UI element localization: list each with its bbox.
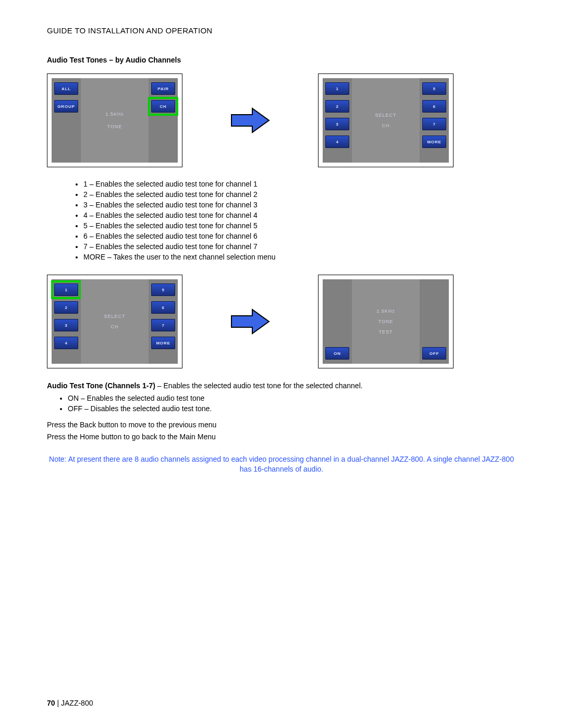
ch5-button[interactable]: 5 (422, 82, 446, 95)
flow-row-2: 1 2 3 4 SELECT CH 5 6 7 MORE (47, 275, 516, 368)
list-item: 2 – Enables the selected audio test tone… (83, 190, 516, 199)
list-item: 1 – Enables the selected audio test tone… (83, 180, 516, 188)
para-rest: – Enables the selected audio test tone f… (155, 381, 363, 390)
list-item: ON – Enables the selected audio test ton… (68, 394, 516, 402)
ch2-button[interactable]: 2 (325, 100, 349, 113)
pair-button[interactable]: PAIR (151, 82, 175, 95)
highlight-box: CH (148, 97, 178, 116)
page-footer: 70 | JAZZ-800 (47, 699, 93, 707)
nav-line: Press the Back button to move to the pre… (47, 420, 516, 430)
ch7-button[interactable]: 7 (422, 118, 446, 130)
left-buttons: 1 2 3 4 (52, 279, 81, 364)
list-item: 7 – Enables the selected audio test tone… (83, 242, 516, 251)
off-button[interactable]: OFF (422, 347, 446, 360)
ch4-button[interactable]: 4 (54, 337, 78, 349)
ch7-button[interactable]: 7 (151, 319, 175, 331)
center-line: SELECT (375, 113, 396, 118)
center-line: CH (382, 123, 390, 128)
footer-sep: | (55, 699, 61, 707)
ch-button[interactable]: CH (151, 100, 175, 113)
on-off-list: ON – Enables the selected audio test ton… (68, 394, 516, 413)
screen-center: 1.5KHz TONE TEST (352, 279, 420, 364)
more-button[interactable]: MORE (422, 135, 446, 148)
enable-description: Audio Test Tone (Channels 1-7) – Enables… (47, 381, 516, 391)
para-bold: Audio Test Tone (Channels 1-7) (47, 381, 155, 390)
screen-center: 1.5KHz TONE (81, 78, 149, 163)
center-line: TONE (107, 124, 123, 129)
left-buttons: 1 2 3 4 (323, 78, 352, 163)
flow-row-1: ALL GROUP 1.5KHz TONE PAIR CH (47, 73, 516, 167)
all-button[interactable]: ALL (54, 82, 78, 95)
ch3-button[interactable]: 3 (54, 319, 78, 331)
list-item: 4 – Enables the selected audio test tone… (83, 211, 516, 219)
more-button[interactable]: MORE (151, 337, 175, 349)
right-buttons: 5 6 7 MORE (149, 279, 178, 364)
list-item: 5 – Enables the selected audio test tone… (83, 221, 516, 230)
left-buttons: ALL GROUP (52, 78, 81, 163)
ch6-button[interactable]: 6 (151, 301, 175, 314)
ch4-button[interactable]: 4 (325, 135, 349, 148)
screen-select-ch-highlighted: 1 2 3 4 SELECT CH 5 6 7 MORE (47, 275, 182, 368)
list-item: MORE – Takes the user to the next channe… (83, 253, 516, 261)
ch5-button[interactable]: 5 (151, 283, 175, 296)
group-button[interactable]: GROUP (54, 100, 78, 113)
note-text: Note: At present there are 8 audio chann… (47, 454, 516, 474)
section-title: Audio Test Tones – by Audio Channels (47, 56, 516, 64)
list-item: 6 – Enables the selected audio test tone… (83, 232, 516, 240)
svg-marker-0 (231, 108, 269, 132)
center-line: SELECT (104, 314, 125, 319)
list-item: 3 – Enables the selected audio test tone… (83, 201, 516, 209)
center-line: 1.5KHz (105, 112, 124, 117)
channel-bullet-list: 1 – Enables the selected audio test tone… (83, 180, 516, 261)
center-line: TEST (378, 329, 393, 335)
screen-select-ch: 1 2 3 4 SELECT CH 5 6 7 MORE (318, 73, 454, 167)
nav-line: Press the Home button to go back to the … (47, 432, 516, 442)
right-buttons: 5 6 7 MORE (420, 78, 449, 163)
left-buttons: ON (323, 279, 352, 364)
highlight-box: 1 (51, 280, 81, 299)
arrow-right-icon (229, 307, 271, 336)
ch6-button[interactable]: 6 (422, 100, 446, 113)
right-buttons: OFF (420, 279, 449, 364)
ch1-button[interactable]: 1 (325, 82, 349, 95)
page-number: 70 (47, 699, 55, 707)
footer-model: JAZZ-800 (61, 699, 93, 707)
svg-marker-1 (231, 310, 269, 334)
ch1-button[interactable]: 1 (54, 283, 78, 296)
center-line: 1.5KHz (376, 309, 395, 314)
screen-tone-menu: ALL GROUP 1.5KHz TONE PAIR CH (47, 73, 182, 167)
arrow-right-icon (229, 106, 271, 134)
ch2-button[interactable]: 2 (54, 301, 78, 314)
center-line: TONE (378, 319, 394, 324)
on-button[interactable]: ON (325, 347, 349, 360)
screen-center: SELECT CH (81, 279, 149, 364)
screen-tone-test: ON 1.5KHz TONE TEST OFF (318, 275, 454, 368)
center-line: CH (111, 324, 119, 329)
right-buttons: PAIR CH (149, 78, 178, 163)
document-page: GUIDE TO INSTALLATION AND OPERATION Audi… (0, 0, 563, 728)
list-item: OFF – Disables the selected audio test t… (68, 404, 516, 413)
screen-center: SELECT CH (352, 78, 420, 163)
ch3-button[interactable]: 3 (325, 118, 349, 130)
page-header: GUIDE TO INSTALLATION AND OPERATION (47, 26, 516, 35)
